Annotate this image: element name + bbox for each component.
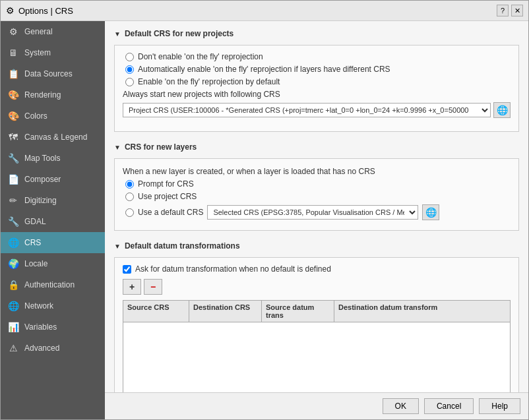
- section1-header: ▼ Default CRS for new projects: [114, 29, 519, 38]
- col-header-dest-datum: Destination datum transform: [334, 301, 510, 322]
- radio-default-crs: Use a default CRS Selected CRS (EPSG:378…: [125, 204, 511, 220]
- remove-transformation-button[interactable]: −: [144, 279, 162, 295]
- sidebar-item-composer[interactable]: 📄 Composer: [1, 169, 105, 190]
- sidebar-item-data-sources[interactable]: 📋 Data Sources: [1, 63, 105, 84]
- sidebar-item-canvas-legend[interactable]: 🗺 Canvas & Legend: [1, 127, 105, 148]
- radio-auto-fly-label: Automatically enable 'on the fly' reproj…: [138, 65, 390, 74]
- titlebar: ⚙ Options | CRS ? ✕: [1, 1, 528, 21]
- section1-box: Don't enable 'on the fly' reprojection A…: [114, 45, 519, 132]
- map-tools-icon: 🔧: [7, 153, 19, 164]
- locale-icon: 🌍: [7, 258, 19, 269]
- sidebar-item-general[interactable]: ⚙ General: [1, 21, 105, 42]
- section1-title: Default CRS for new projects: [125, 29, 233, 38]
- help-button-bottom[interactable]: Help: [479, 398, 520, 414]
- window-icon: ⚙: [6, 5, 15, 16]
- add-transformation-button[interactable]: +: [123, 279, 141, 295]
- window-title: Options | CRS: [18, 6, 73, 16]
- section-crs-new-layers: ▼ CRS for new layers When a new layer is…: [114, 142, 519, 231]
- gdal-icon: 🔧: [7, 216, 19, 227]
- radio-project-crs-input[interactable]: [125, 193, 134, 201]
- sidebar-label-network: Network: [24, 301, 53, 311]
- cancel-button[interactable]: Cancel: [424, 398, 474, 414]
- digitizing-icon: ✏: [7, 195, 19, 206]
- sidebar-item-map-tools[interactable]: 🔧 Map Tools: [1, 148, 105, 169]
- crs-label: Always start new projects with following…: [123, 90, 511, 99]
- sidebar-label-advanced: Advanced: [24, 344, 59, 353]
- radio-default-crs-input[interactable]: [125, 208, 134, 217]
- globe-button-1[interactable]: 🌐: [493, 102, 511, 118]
- sidebar-item-rendering[interactable]: 🎨 Rendering: [1, 84, 105, 105]
- radio-project-crs: Use project CRS: [125, 192, 511, 201]
- sidebar-item-gdal[interactable]: 🔧 GDAL: [1, 211, 105, 232]
- section3-toggle[interactable]: ▼: [114, 243, 121, 250]
- col-header-dest-crs: Destination CRS: [189, 301, 262, 322]
- sidebar: ⚙ General 🖥 System 📋 Data Sources 🎨 Rend…: [1, 21, 105, 419]
- content-area: ▼ Default CRS for new projects Don't ena…: [105, 21, 528, 419]
- colors-icon: 🎨: [7, 111, 19, 121]
- sidebar-label-gdal: GDAL: [24, 217, 46, 226]
- radio-prompt-crs-label: Prompt for CRS: [138, 179, 194, 189]
- radio-group-2: Prompt for CRS Use project CRS Use a def…: [125, 179, 511, 220]
- radio-enable-fly-label: Enable 'on the fly' reprojection by defa…: [138, 77, 280, 86]
- sidebar-item-network[interactable]: 🌐 Network: [1, 295, 105, 316]
- sidebar-item-colors[interactable]: 🎨 Colors: [1, 105, 105, 127]
- sidebar-label-locale: Locale: [24, 259, 47, 268]
- sidebar-item-locale[interactable]: 🌍 Locale: [1, 253, 105, 274]
- sidebar-item-system[interactable]: 🖥 System: [1, 42, 105, 63]
- radio-prompt-crs-input[interactable]: [125, 180, 134, 189]
- advanced-icon: ⚠: [7, 343, 19, 353]
- ask-datum-label: Ask for datum transformation when no def…: [135, 264, 331, 274]
- radio-enable-fly-input[interactable]: [125, 78, 134, 86]
- section3-box: Ask for datum transformation when no def…: [114, 257, 519, 392]
- sidebar-item-authentication[interactable]: 🔒 Authentication: [1, 274, 105, 295]
- ask-datum-checkbox[interactable]: [123, 265, 131, 274]
- network-icon: 🌐: [7, 301, 19, 311]
- section2-header: ▼ CRS for new layers: [114, 142, 519, 152]
- radio-no-fly-label: Don't enable 'on the fly' reprojection: [138, 52, 263, 61]
- datum-table: Source CRS Destination CRS Source datum …: [123, 300, 511, 392]
- crs-input-row: Project CRS (USER:100006 - *Generated CR…: [123, 102, 511, 118]
- section2-description: When a new layer is created, or when a l…: [123, 167, 511, 176]
- help-button[interactable]: ?: [497, 5, 509, 16]
- titlebar-buttons: ? ✕: [497, 5, 523, 16]
- close-button[interactable]: ✕: [511, 5, 523, 16]
- radio-enable-fly: Enable 'on the fly' reprojection by defa…: [125, 77, 511, 86]
- datum-table-body: [123, 322, 510, 392]
- crs-icon: 🌐: [7, 237, 19, 248]
- radio-default-crs-label: Use a default CRS: [138, 208, 203, 217]
- sidebar-label-canvas-legend: Canvas & Legend: [24, 133, 87, 142]
- section2-toggle[interactable]: ▼: [114, 144, 121, 151]
- radio-no-fly-input[interactable]: [125, 53, 134, 61]
- col-header-source-crs: Source CRS: [123, 301, 189, 322]
- crs-select[interactable]: Project CRS (USER:100006 - *Generated CR…: [123, 103, 491, 117]
- sidebar-item-crs[interactable]: 🌐 CRS: [1, 232, 105, 253]
- sidebar-item-digitizing[interactable]: ✏ Digitizing: [1, 190, 105, 211]
- sidebar-label-variables: Variables: [24, 322, 57, 332]
- bottom-bar: OK Cancel Help: [105, 392, 528, 419]
- datum-checkbox-row: Ask for datum transformation when no def…: [123, 264, 511, 274]
- section3-header: ▼ Default datum transformations: [114, 241, 519, 251]
- sidebar-item-variables[interactable]: 📊 Variables: [1, 316, 105, 338]
- add-remove-row: + −: [123, 279, 511, 295]
- data-sources-icon: 📋: [7, 69, 19, 79]
- sidebar-label-digitizing: Digitizing: [24, 196, 57, 205]
- section3-title: Default datum transformations: [125, 241, 240, 251]
- col-header-source-datum: Source datum trans: [262, 301, 334, 322]
- section1-toggle[interactable]: ▼: [114, 30, 121, 38]
- ok-button[interactable]: OK: [383, 398, 419, 414]
- section-datum-transformations: ▼ Default datum transformations Ask for …: [114, 241, 519, 392]
- default-crs-select[interactable]: Selected CRS (EPSG:3785, Popular Visuali…: [207, 205, 418, 220]
- globe-button-2[interactable]: 🌐: [422, 204, 439, 220]
- sidebar-label-authentication: Authentication: [24, 280, 75, 289]
- general-icon: ⚙: [7, 26, 19, 37]
- main-layout: ⚙ General 🖥 System 📋 Data Sources 🎨 Rend…: [1, 21, 528, 419]
- datum-table-header: Source CRS Destination CRS Source datum …: [123, 301, 510, 322]
- sidebar-label-system: System: [24, 48, 51, 57]
- sidebar-label-general: General: [24, 27, 53, 36]
- sidebar-label-composer: Composer: [24, 175, 61, 184]
- sidebar-label-rendering: Rendering: [24, 90, 61, 100]
- rendering-icon: 🎨: [7, 90, 19, 100]
- sidebar-item-advanced[interactable]: ⚠ Advanced: [1, 338, 105, 359]
- authentication-icon: 🔒: [7, 280, 19, 290]
- radio-auto-fly-input[interactable]: [125, 65, 134, 74]
